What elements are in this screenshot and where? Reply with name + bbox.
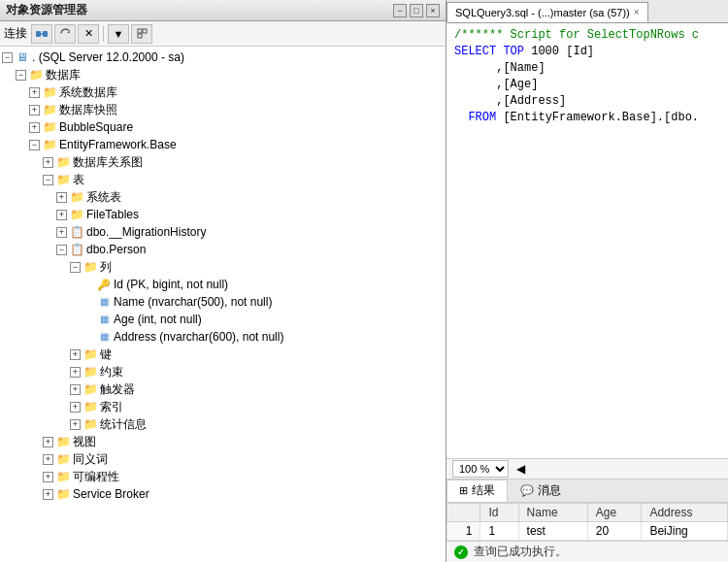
title-controls: − □ × [393,4,440,17]
tree-db-diagram[interactable]: + 📁 数据库关系图 [0,153,446,171]
indexes-expand[interactable]: + [70,402,81,413]
bubblesquare-expand[interactable]: + [29,122,40,133]
tree-col-age[interactable]: ▦ Age (int, not null) [0,311,446,328]
tree-synonyms[interactable]: + 📁 同义词 [0,450,446,468]
root-expand[interactable]: − [2,52,13,63]
keys-expand[interactable]: + [70,349,81,360]
code-from-table: [EntityFramework.Base].[dbo. [496,111,699,124]
sql-code-area[interactable]: /****** Script for SelectTopNRows c SELE… [447,23,728,458]
snapshot-expand[interactable]: + [29,105,40,116]
databases-folder-icon: 📁 [28,67,44,83]
close-button[interactable]: × [426,4,440,17]
tree-constraints[interactable]: + 📁 约束 [0,363,446,380]
filetables-expand[interactable]: + [56,210,67,220]
results-tab[interactable]: ⊞ 结果 [447,479,508,502]
float-button[interactable]: □ [410,4,423,17]
collapse-button[interactable] [131,24,152,44]
tree-databases[interactable]: − 📁 数据库 [0,66,446,83]
tab-close-button[interactable]: × [634,7,640,17]
tree-migration[interactable]: + 📋 dbo.__MigrationHistory [0,223,446,241]
keys-label: 键 [100,346,112,363]
tree-col-address[interactable]: ▦ Address (nvarchar(600), not null) [0,328,446,346]
tables-icon: 📁 [55,172,71,187]
tree-keys[interactable]: + 📁 键 [0,346,446,363]
views-expand[interactable]: + [43,437,53,447]
col-address-icon: ▦ [96,329,112,345]
col-address-label: Address (nvarchar(600), not null) [114,328,283,346]
status-message: 查询已成功执行。 [474,544,567,560]
ef-base-expand[interactable]: − [29,140,40,150]
system-db-expand[interactable]: + [29,87,40,98]
refresh-button[interactable] [54,24,76,44]
new-connection-button[interactable] [31,24,52,44]
tree-programmability[interactable]: + 📁 可编程性 [0,468,446,485]
tree-container[interactable]: − 🖥 . (SQL Server 12.0.2000 - sa) − 📁 数据… [0,47,446,562]
db-diagram-expand[interactable]: + [43,157,53,168]
bubblesquare-icon: 📁 [42,119,57,135]
code-line-4: ,[Address] [454,93,720,110]
tree-stats[interactable]: + 📁 统计信息 [0,415,446,433]
migration-expand[interactable]: + [56,227,67,238]
query-panel: SQLQuery3.sql - (...)master (sa (57)) × … [447,0,728,562]
views-icon: 📁 [55,434,71,449]
tree-root[interactable]: − 🖥 . (SQL Server 12.0.2000 - sa) [0,49,446,66]
ef-base-label: EntityFramework.Base [59,136,177,153]
columns-folder-icon: 📁 [83,259,98,275]
sb-expand[interactable]: + [43,489,53,500]
tree-triggers[interactable]: + 📁 触发器 [0,380,446,398]
col-name-icon: ▦ [96,294,112,310]
connect-label: 连接 [4,25,27,42]
tree-columns-folder[interactable]: − 📁 列 [0,258,446,276]
db-diagram-icon: 📁 [55,154,71,170]
filter-button[interactable]: ▼ [108,24,129,44]
prog-icon: 📁 [55,469,71,484]
tree-col-name[interactable]: ▦ Name (nvarchar(500), not null) [0,293,446,311]
pin-button[interactable]: − [393,4,407,17]
tree-ef-base[interactable]: − 📁 EntityFramework.Base [0,136,446,153]
migration-icon: 📋 [69,224,84,240]
tree-person[interactable]: − 📋 dbo.Person [0,241,446,258]
code-name: ,[Name] [454,61,546,75]
result-row-1: 1 1 test 20 BeiJing [447,522,728,541]
stats-expand[interactable]: + [70,419,81,430]
prog-expand[interactable]: + [43,472,53,482]
stats-label: 统计信息 [100,415,147,433]
messages-icon: 💬 [520,484,534,497]
sys-tables-icon: 📁 [69,189,84,205]
tree-views[interactable]: + 📁 视图 [0,433,446,450]
bottom-status-bar: ✓ 查询已成功执行。 [447,541,728,562]
constraints-expand[interactable]: + [70,367,81,378]
code-line-3: ,[Age] [454,77,720,93]
databases-label: 数据库 [46,66,81,83]
tree-bubblesquare[interactable]: + 📁 BubbleSquare [0,118,446,136]
tree-service-broker[interactable]: + 📁 Service Broker [0,485,446,503]
person-icon: 📋 [69,242,84,257]
snapshot-icon: 📁 [42,102,57,117]
panel-title: 对象资源管理器 [6,2,87,18]
tree-col-id[interactable]: 🔑 Id (PK, bigint, not null) [0,276,446,293]
triggers-expand[interactable]: + [70,384,81,395]
zoom-select[interactable]: 100 % 75 % 125 % [452,460,509,478]
tables-expand[interactable]: − [43,175,53,185]
tree-filetables[interactable]: + 📁 FileTables [0,206,446,223]
messages-tab[interactable]: 💬 消息 [508,479,574,502]
from-keyword: FROM [468,111,496,124]
disconnect-button[interactable]: ✕ [78,24,99,44]
person-label: dbo.Person [86,241,146,258]
query-tab[interactable]: SQLQuery3.sql - (...)master (sa (57)) × [447,2,648,22]
tree-tables[interactable]: − 📁 表 [0,171,446,188]
system-db-icon: 📁 [42,84,57,100]
tree-system-db[interactable]: + 📁 系统数据库 [0,83,446,101]
tree-indexes[interactable]: + 📁 索引 [0,398,446,415]
columns-folder-expand[interactable]: − [70,262,81,273]
synonyms-expand[interactable]: + [43,454,53,465]
databases-expand[interactable]: − [16,70,26,81]
sys-tables-expand[interactable]: + [56,192,67,203]
tree-sys-tables[interactable]: + 📁 系统表 [0,188,446,206]
results-table: Id Name Age Address 1 1 test 20 BeiJing [447,503,728,541]
zoom-bar: 100 % 75 % 125 % ◀ [447,458,728,479]
person-expand[interactable]: − [56,245,67,255]
synonyms-label: 同义词 [73,450,108,468]
tree-db-snapshot[interactable]: + 📁 数据库快照 [0,101,446,118]
header-age: Age [587,504,642,522]
